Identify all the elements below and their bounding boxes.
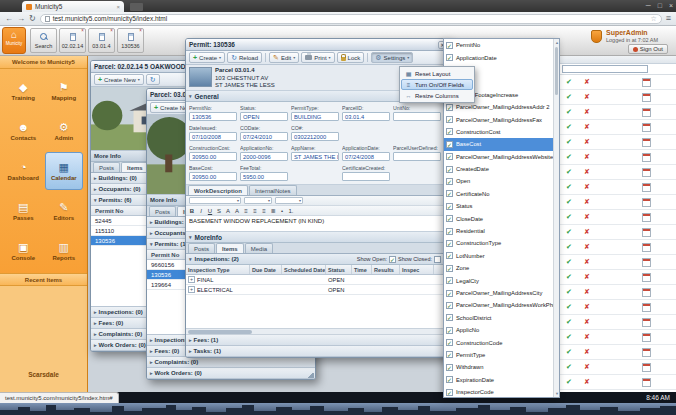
menu-item[interactable]: ▦ Reset Layout <box>401 68 473 79</box>
parcel-thumbnail[interactable] <box>189 67 212 87</box>
sidebar-item[interactable]: ▥ Reports <box>45 232 84 270</box>
create-button[interactable]: + Create ▾ <box>189 52 225 63</box>
sidebar-item[interactable]: ◔ Dashboard <box>4 152 43 190</box>
field-toggle-row[interactable]: ConstructionCost <box>444 126 553 138</box>
field-toggle-row[interactable]: PermitType <box>444 349 553 361</box>
tab[interactable]: Media <box>245 243 273 253</box>
checkbox-icon[interactable] <box>446 54 453 61</box>
field-toggle-row[interactable]: CertificateNo <box>444 188 553 200</box>
grid-row[interactable]: ✔✘ <box>560 195 676 210</box>
tab[interactable]: Items <box>121 162 149 172</box>
field-input[interactable] <box>342 172 390 181</box>
editor-format-button[interactable]: ≣ <box>270 208 276 214</box>
grid-row[interactable]: ✔✘ <box>560 300 676 315</box>
editor-format-button[interactable]: U <box>207 208 213 214</box>
sidebar-item[interactable]: ☻ Contacts <box>4 112 43 150</box>
grid-row[interactable]: ✔✘ <box>560 315 676 330</box>
tab-close-icon[interactable]: × <box>116 4 120 10</box>
editor-format-button[interactable]: ≡ <box>252 208 258 214</box>
grid-row[interactable]: ✔✘ <box>560 120 676 135</box>
tab[interactable]: Posts <box>93 162 120 172</box>
horizontal-scrollbar[interactable] <box>186 328 444 335</box>
field-input[interactable]: 03.01.4 <box>342 112 390 121</box>
checkbox-icon[interactable] <box>446 302 453 309</box>
fees-section-header[interactable]: ▸ Fees: (1) <box>186 335 444 346</box>
resize-grip[interactable] <box>308 372 314 378</box>
filter-input[interactable] <box>562 65 648 73</box>
checkbox-icon[interactable] <box>446 153 453 160</box>
checkbox-icon[interactable] <box>446 166 453 173</box>
forward-button[interactable]: → <box>17 15 25 23</box>
field-toggle-row[interactable]: BaseCost <box>444 138 553 150</box>
checkbox-icon[interactable] <box>446 389 453 396</box>
field-input[interactable]: 130536 <box>189 112 237 121</box>
checkbox-icon[interactable] <box>446 215 453 222</box>
grid-row[interactable]: ✔✘ <box>560 330 676 345</box>
field-input[interactable]: 5950.00 <box>240 172 288 181</box>
browser-tab[interactable]: Municity5 × <box>22 1 124 12</box>
sidebar-item[interactable]: ▦ Calendar <box>45 152 84 190</box>
editor-format-button[interactable]: ≡ <box>243 208 249 214</box>
grid-row[interactable]: ✔✘ <box>560 90 676 105</box>
checkbox-icon[interactable] <box>446 240 453 247</box>
inspection-row[interactable]: FINAL OPEN <box>186 275 444 285</box>
field-input[interactable]: 2000-0096 <box>240 152 288 161</box>
checkbox-icon[interactable] <box>446 203 453 210</box>
inspections-section-header[interactable]: ▾ Inspections: (2) Show Open: ✓ Show Clo… <box>186 254 444 265</box>
recent-item-tab[interactable]: × 130536 <box>117 28 144 53</box>
scrollbar-thumb[interactable] <box>555 47 558 95</box>
column-header[interactable]: Inspec <box>400 265 434 274</box>
font-size-select[interactable]: ▾ <box>244 197 272 204</box>
show-open-checkbox[interactable]: ✓ <box>389 256 396 263</box>
recent-item-tab[interactable]: × 02.02.14 <box>59 28 86 53</box>
column-header[interactable]: Due Date <box>250 265 282 274</box>
column-header[interactable]: Inspection Type <box>186 265 250 274</box>
field-input[interactable]: OPEN <box>240 112 288 121</box>
grid-row[interactable]: ✔✘ <box>560 255 676 270</box>
editor-format-button[interactable]: ≡ <box>261 208 267 214</box>
sidebar-item[interactable]: ✎ Editors <box>45 192 84 230</box>
field-input[interactable] <box>393 112 441 121</box>
paragraph-select[interactable]: ▾ <box>275 197 303 204</box>
grid-row[interactable]: ✔✘ <box>560 210 676 225</box>
column-header[interactable]: Status <box>326 265 352 274</box>
moreinfo-section-header[interactable]: ▾ MoreInfo <box>186 232 444 243</box>
checkbox-icon[interactable] <box>446 277 453 284</box>
checkbox-icon[interactable] <box>446 42 453 49</box>
grid-row[interactable]: ✔✘ <box>560 105 676 120</box>
minimize-button[interactable]: ─ <box>646 0 651 11</box>
editor-format-button[interactable]: S <box>216 208 222 214</box>
field-toggle-row[interactable]: CreatedDate <box>444 163 553 175</box>
field-input[interactable] <box>393 152 441 161</box>
field-input[interactable]: ST JAMES THE LESS <box>291 152 339 161</box>
menu-item[interactable]: ≡ Turn On/Off Fields <box>401 79 473 90</box>
reload-button[interactable]: ↻ <box>29 15 36 23</box>
browser-menu-icon[interactable]: ≡ <box>666 14 671 23</box>
grid-row[interactable]: ✔✘ <box>560 135 676 150</box>
column-header[interactable]: Results <box>372 265 400 274</box>
window-titlebar[interactable]: Permit: 130536 ✕ <box>186 39 450 51</box>
field-toggle-row[interactable]: ParcelOwner_MailingAddressWebsite <box>444 151 553 163</box>
new-tab-button[interactable] <box>130 3 143 11</box>
column-header[interactable]: Scheduled Date <box>282 265 326 274</box>
recent-item-tab[interactable]: × 03.01.4 <box>88 28 115 53</box>
checkbox-icon[interactable] <box>446 104 453 111</box>
sidebar-item[interactable]: ▣ Console <box>4 232 43 270</box>
checkbox-icon[interactable] <box>446 351 453 358</box>
grid-row[interactable]: ✔✘ <box>560 360 676 375</box>
grid-row[interactable]: ✔✘ <box>560 75 676 90</box>
address-bar[interactable]: test.municity5.com/municity5/index.html … <box>40 14 662 24</box>
sidebar-item[interactable]: ⚙ Admin <box>45 112 84 150</box>
scroll-down-icon[interactable]: ▼ <box>554 391 560 396</box>
tasks-section-header[interactable]: ▸ Tasks: (1) <box>186 346 444 357</box>
field-toggle-row[interactable]: ApplicNo <box>444 324 553 336</box>
field-toggle-row[interactable]: ParcelOwner_MailingAddressCity <box>444 287 553 299</box>
menu-item[interactable]: ↔ Resize Columns <box>401 90 473 101</box>
close-icon[interactable]: × <box>81 29 84 34</box>
grid-row[interactable]: ✔✘ <box>560 240 676 255</box>
editor-format-button[interactable]: A <box>234 208 240 214</box>
editor-format-button[interactable]: I <box>198 208 204 214</box>
field-toggle-row[interactable]: Residential <box>444 225 553 237</box>
field-toggle-row[interactable]: ParcelOwner_MailingAddressWorkPhone <box>444 299 553 311</box>
close-icon[interactable]: × <box>110 29 113 34</box>
